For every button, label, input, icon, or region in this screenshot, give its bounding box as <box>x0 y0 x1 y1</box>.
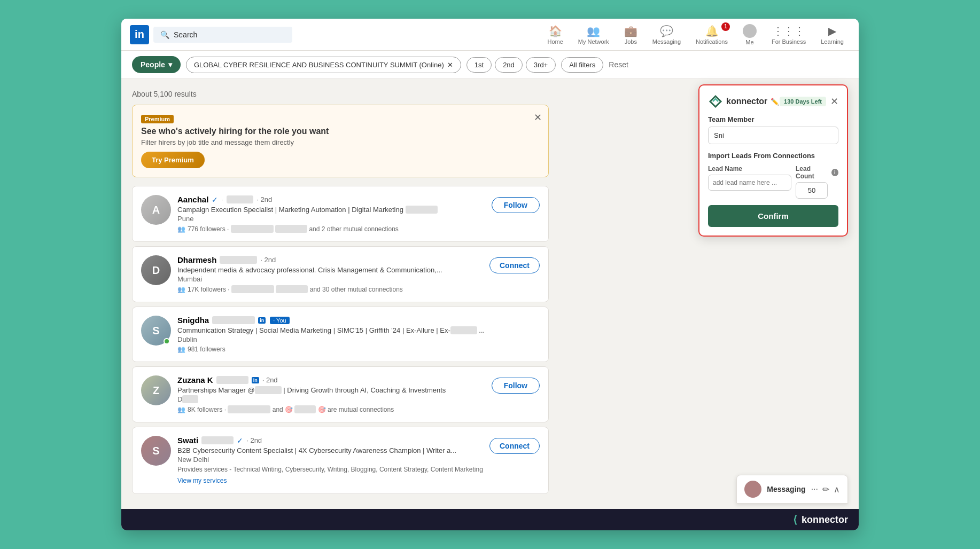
results-count: About 5,100 results <box>132 90 549 98</box>
person-card-swati: S Swati ✓ · 2nd B2B Cybersecurity Conten… <box>132 427 549 494</box>
konnector-close-button[interactable]: ✕ <box>830 96 838 107</box>
person-name-row-swati: Swati ✓ · 2nd <box>177 436 483 445</box>
mutual-text-aanchal: 776 followers · and 2 other mutual conne… <box>188 225 399 233</box>
degree-snigdha: · You <box>270 317 289 324</box>
person-name-row-dharmesh: Dharmesh · 2nd <box>177 255 483 264</box>
nav-item-jobs[interactable]: 💼 Jobs <box>618 20 644 49</box>
confirm-button[interactable]: Confirm <box>708 205 838 227</box>
connect-button-dharmesh[interactable]: Connect <box>489 257 540 273</box>
nav-item-home[interactable]: 🏠 Home <box>541 20 569 49</box>
event-filter-button[interactable]: GLOBAL CYBER RESILIENCE AND BUSINESS CON… <box>186 57 461 73</box>
konnector-edit-icon[interactable]: ✏️ <box>771 98 779 106</box>
last-name-blur-aanchal <box>227 195 254 203</box>
avatar-wrap-zuzana: Z <box>141 375 171 405</box>
lead-count-input[interactable] <box>796 182 828 199</box>
person-location-swati: New Delhi <box>177 456 483 464</box>
messaging-more-icon[interactable]: ··· <box>811 484 818 494</box>
lead-count-col: Lead Count i <box>796 165 838 199</box>
nav-label-notifications: Notifications <box>696 38 728 45</box>
degree-zuzana: · 2nd <box>262 376 278 384</box>
messaging-compose-icon[interactable]: ✏ <box>822 484 829 495</box>
for-business-icon: ⋮⋮⋮ <box>773 25 805 37</box>
premium-title: See who's actively hiring for the role y… <box>141 127 540 136</box>
notifications-icon: 🔔 <box>705 25 719 37</box>
nav-item-for-business[interactable]: ⋮⋮⋮ For Business <box>765 20 812 49</box>
avatar-wrap-aanchal: A <box>141 195 171 225</box>
degree-chips: 1st 2nd 3rd+ <box>466 57 556 73</box>
premium-tag: Premium <box>141 115 174 123</box>
import-leads-label: Import Leads From Connections <box>708 152 838 160</box>
chip-3rdplus[interactable]: 3rd+ <box>526 57 556 73</box>
avatar-wrap-dharmesh: D <box>141 255 171 285</box>
days-left-badge: 130 Days Left <box>780 97 826 106</box>
home-icon: 🏠 <box>549 25 562 37</box>
filter-bar: People ▾ GLOBAL CYBER RESILIENCE AND BUS… <box>121 51 859 79</box>
linkedin-badge-snigdha: in <box>258 317 266 324</box>
people-chevron-icon: ▾ <box>168 60 172 69</box>
mutual-text-zuzana: 8K followers · and 🎯 🎯 are mutual connec… <box>188 405 394 413</box>
verified-icon-swati: ✓ <box>237 436 243 445</box>
person-name-dharmesh: Dharmesh <box>177 255 216 264</box>
search-icon: 🔍 <box>160 30 169 39</box>
lead-count-label: Lead Count i <box>796 165 838 180</box>
view-services-wrap-swati: View my services <box>177 475 483 485</box>
person-title-aanchal: Campaign Execution Specialist | Marketin… <box>177 206 485 214</box>
lead-name-input[interactable] <box>708 175 791 191</box>
messaging-label: Messaging <box>767 485 805 493</box>
premium-cta-button[interactable]: Try Premium <box>141 152 205 168</box>
nav-item-learning[interactable]: ▶ Learning <box>814 20 850 49</box>
person-title-snigdha: Communication Strategy | Social Media Ma… <box>177 326 540 334</box>
nav-items: 🏠 Home 👥 My Network 💼 Jobs 💬 Messaging 🔔… <box>541 20 850 50</box>
search-bar[interactable]: 🔍 <box>153 27 292 43</box>
follow-button-aanchal[interactable]: Follow <box>492 197 540 213</box>
nav-item-notifications[interactable]: 🔔 1 Notifications <box>689 20 734 49</box>
online-dot-snigdha <box>164 338 170 344</box>
mutual-text-dharmesh: 17K followers · and 30 other mutual conn… <box>188 285 403 293</box>
person-name-zuzana: Zuzana K <box>177 375 213 385</box>
mutual-icon-zuzana: 👥 <box>177 406 185 413</box>
avatar-swati: S <box>141 436 171 466</box>
people-filter-button[interactable]: People ▾ <box>132 56 181 73</box>
person-name-snigdha: Snigdha <box>177 316 209 325</box>
konnector-panel: konnector ✏️ 130 Days Left ✕ Team Member… <box>698 84 848 237</box>
team-member-input[interactable] <box>708 127 838 144</box>
reset-button[interactable]: Reset <box>609 60 628 69</box>
followers-snigdha: 👥 981 followers <box>177 346 540 353</box>
avatar-wrap-snigdha: S <box>141 316 171 346</box>
follow-button-zuzana[interactable]: Follow <box>492 378 540 394</box>
user-avatar <box>743 24 757 38</box>
nav-label-me: Me <box>745 39 753 45</box>
konnector-footer-brand: konnector <box>802 514 848 526</box>
mutual-aanchal: 👥 776 followers · and 2 other mutual con… <box>177 225 485 233</box>
person-name-row-zuzana: Zuzana K in · 2nd <box>177 375 485 385</box>
person-location-zuzana: D <box>177 395 485 403</box>
messaging-chevron-icon[interactable]: ∧ <box>834 484 840 495</box>
messaging-icon: 💬 <box>660 25 673 37</box>
person-info-swati: Swati ✓ · 2nd B2B Cybersecurity Content … <box>177 436 483 485</box>
person-title-dharmesh: Independent media & advocacy professiona… <box>177 266 483 274</box>
chip-1st[interactable]: 1st <box>466 57 492 73</box>
person-card-snigdha: S Snigdha in · You Communication Strateg… <box>132 307 549 362</box>
nav-item-avatar[interactable]: Me <box>736 20 763 50</box>
view-services-link-swati[interactable]: View my services <box>177 477 227 484</box>
nav-item-network[interactable]: 👥 My Network <box>572 20 616 49</box>
konnector-footer: ⟨ konnector <box>121 509 859 530</box>
messaging-widget[interactable]: Messaging ··· ✏ ∧ <box>736 475 848 504</box>
all-filters-button[interactable]: All filters <box>561 57 603 73</box>
person-location-dharmesh: Mumbai <box>177 275 483 283</box>
name-blur-aanchal: · <box>221 196 223 203</box>
mutual-icon-aanchal: 👥 <box>177 225 185 233</box>
linkedin-logo[interactable]: in <box>130 25 149 44</box>
premium-close-button[interactable]: ✕ <box>534 112 542 123</box>
nav-item-messaging[interactable]: 💬 Messaging <box>646 20 687 49</box>
connect-button-swati[interactable]: Connect <box>489 438 540 454</box>
premium-banner: ✕ Premium See who's actively hiring for … <box>132 105 549 177</box>
person-title-swati: B2B Cybersecurity Content Specialist | 4… <box>177 446 483 454</box>
nav-label-learning: Learning <box>821 38 844 45</box>
lead-count-info-icon[interactable]: i <box>831 169 838 176</box>
konnector-logo-icon <box>708 94 723 109</box>
notifications-badge: 1 <box>721 22 730 31</box>
lead-name-label: Lead Name <box>708 165 791 172</box>
chip-2nd[interactable]: 2nd <box>495 57 523 73</box>
search-input[interactable] <box>174 30 285 39</box>
